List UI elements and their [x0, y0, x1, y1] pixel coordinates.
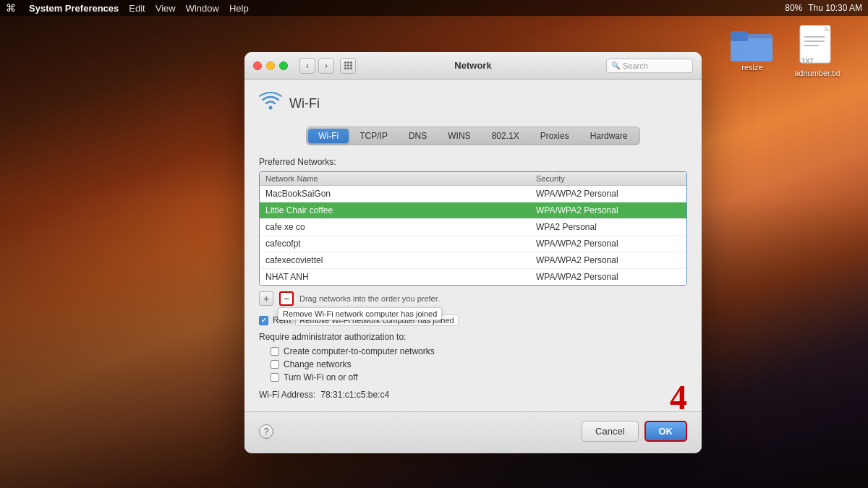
- wifi-address-label: Wi-Fi Address:: [259, 390, 315, 400]
- col-header-security: Security: [536, 174, 681, 183]
- network-security: WPA/WPA2 Personal: [536, 272, 681, 282]
- dialog-title: Network: [454, 60, 491, 71]
- auth-option-turn: Turn Wi-Fi on or off: [271, 372, 687, 382]
- minimize-button[interactable]: [266, 61, 275, 70]
- preferred-networks-label: Preferred Networks:: [259, 157, 687, 167]
- dialog-footer: ? Cancel OK: [244, 411, 702, 453]
- tab-bar: Wi-Fi TCP/IP DNS WINS 802.1X Proxies Har…: [259, 127, 687, 145]
- menubar-right: 80% Thu 10:30 AM: [785, 3, 862, 13]
- wifi-address-value: 78:31:c1:c5:be:c4: [320, 390, 389, 400]
- auth-checkbox-create[interactable]: [271, 347, 279, 356]
- auth-label: Require administrator authorization to:: [259, 332, 687, 342]
- table-row-selected[interactable]: Little Chair coffee WPA/WPA2 Personal: [260, 202, 686, 219]
- desktop-icon-adnumber-label: adnumber.txt: [794, 69, 841, 77]
- auth-option-change: Change networks: [271, 359, 687, 369]
- network-name: cafe xe co: [265, 222, 536, 232]
- folder-icon: [731, 25, 774, 63]
- remember-checkbox[interactable]: [259, 316, 268, 325]
- network-dialog: ‹ › Network 🔍 Search: [244, 52, 702, 453]
- wifi-header: Wi-Fi: [259, 91, 687, 116]
- auth-checkbox-change[interactable]: [271, 360, 279, 369]
- network-name: MacBookSaiGon: [265, 189, 536, 199]
- auth-options: Create computer-to-computer networks Cha…: [259, 346, 687, 382]
- forward-button[interactable]: ›: [318, 58, 334, 74]
- menubar-edit[interactable]: Edit: [129, 3, 145, 14]
- network-security: WPA/WPA2 Personal: [536, 189, 681, 199]
- menubar: ⌘ System Preferences Edit View Window He…: [0, 0, 868, 16]
- apple-menu[interactable]: ⌘: [6, 2, 16, 14]
- menubar-time: Thu 10:30 AM: [808, 3, 862, 13]
- grid-button[interactable]: [340, 58, 356, 74]
- footer-buttons: Cancel OK: [582, 421, 687, 442]
- svg-rect-2: [731, 31, 748, 41]
- tab-wins[interactable]: WINS: [438, 129, 480, 143]
- menubar-app-name: System Preferences: [29, 3, 119, 14]
- tab-dns[interactable]: DNS: [399, 129, 437, 143]
- menubar-battery: 80%: [785, 3, 802, 13]
- tab-proxies[interactable]: Proxies: [530, 129, 579, 143]
- desktop: ⌘ System Preferences Edit View Window He…: [0, 0, 868, 488]
- add-network-button[interactable]: +: [259, 291, 273, 306]
- cancel-button[interactable]: Cancel: [582, 421, 638, 442]
- col-header-name: Network Name: [265, 174, 536, 183]
- search-icon: 🔍: [611, 61, 620, 69]
- auth-option-turn-label: Turn Wi-Fi on or off: [284, 372, 358, 382]
- tab-wifi[interactable]: Wi-Fi: [308, 129, 349, 143]
- drag-hint: Drag networks into the order you prefer.: [299, 294, 440, 303]
- svg-rect-1: [731, 38, 773, 61]
- desktop-icon-resize-label: resize: [741, 63, 762, 72]
- table-controls: + − Drag networks into the order you pre…: [259, 291, 687, 306]
- grid-icon: [344, 61, 352, 69]
- network-name: cafexecoviettel: [265, 255, 536, 265]
- table-row[interactable]: cafe xe co WPA2 Personal: [260, 219, 686, 236]
- auth-checkbox-turn[interactable]: [271, 373, 279, 382]
- network-security: WPA/WPA2 Personal: [536, 205, 681, 215]
- desktop-icon-resize[interactable]: resize: [723, 25, 781, 72]
- maximize-button[interactable]: [279, 61, 288, 70]
- annotation-4: 4: [670, 377, 687, 417]
- wifi-icon: [259, 91, 282, 116]
- menubar-window[interactable]: Window: [186, 3, 219, 14]
- tooltip-remove-wifi: Remove Wi-Fi network computer has joined: [278, 307, 442, 320]
- auth-option-change-label: Change networks: [284, 359, 351, 369]
- wifi-title: Wi-Fi: [289, 96, 320, 111]
- table-row[interactable]: cafexecoviettel WPA/WPA2 Personal: [260, 252, 686, 269]
- auth-section: Require administrator authorization to: …: [259, 332, 687, 382]
- close-button[interactable]: [253, 61, 262, 70]
- menubar-help[interactable]: Help: [229, 3, 249, 14]
- menubar-left: ⌘ System Preferences Edit View Window He…: [6, 2, 249, 14]
- tab-hardware[interactable]: Hardware: [580, 129, 638, 143]
- svg-point-9: [269, 106, 273, 110]
- help-button[interactable]: ?: [259, 424, 273, 439]
- nav-buttons: ‹ ›: [299, 58, 334, 74]
- file-icon: TXT: [799, 25, 836, 69]
- search-box[interactable]: 🔍 Search: [606, 59, 693, 73]
- table-header: Network Name Security: [260, 172, 686, 186]
- auth-option-create-label: Create computer-to-computer networks: [284, 346, 435, 356]
- table-row[interactable]: cafecofpt WPA/WPA2 Personal: [260, 236, 686, 252]
- table-row[interactable]: NHAT ANH WPA/WPA2 Personal: [260, 269, 686, 285]
- network-security: WPA2 Personal: [536, 222, 681, 232]
- network-name: cafecofpt: [265, 239, 536, 249]
- network-security: WPA/WPA2 Personal: [536, 255, 681, 265]
- network-table: Network Name Security MacBookSaiGon WPA/…: [259, 171, 687, 286]
- dialog-content: Wi-Fi Wi-Fi TCP/IP DNS WINS 802.1X Proxi…: [244, 80, 702, 411]
- network-name: Little Chair coffee: [265, 205, 536, 215]
- auth-option-create: Create computer-to-computer networks: [271, 346, 687, 356]
- network-security: WPA/WPA2 Personal: [536, 239, 681, 249]
- tab-8021x[interactable]: 802.1X: [482, 129, 529, 143]
- wifi-address-row: Wi-Fi Address: 78:31:c1:c5:be:c4: [259, 390, 687, 400]
- traffic-lights: [253, 61, 288, 70]
- remove-network-button[interactable]: −: [279, 291, 294, 306]
- search-placeholder: Search: [623, 61, 648, 70]
- desktop-icon-adnumber[interactable]: TXT adnumber.txt: [788, 25, 846, 77]
- title-bar: ‹ › Network 🔍 Search: [244, 52, 702, 80]
- ok-button[interactable]: OK: [644, 421, 688, 442]
- network-name: NHAT ANH: [265, 272, 536, 282]
- tab-tcpip[interactable]: TCP/IP: [349, 129, 398, 143]
- back-button[interactable]: ‹: [299, 58, 315, 74]
- table-body: MacBookSaiGon WPA/WPA2 Personal Little C…: [260, 186, 686, 285]
- table-row[interactable]: MacBookSaiGon WPA/WPA2 Personal: [260, 186, 686, 202]
- menubar-view[interactable]: View: [156, 3, 176, 14]
- svg-text:TXT: TXT: [801, 57, 814, 64]
